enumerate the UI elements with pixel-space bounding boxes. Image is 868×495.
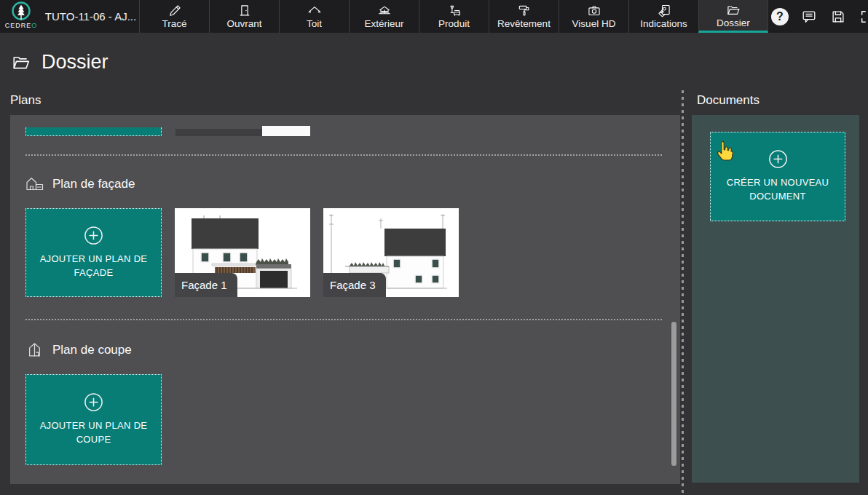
partial-thumbnail[interactable] (262, 126, 310, 136)
create-document-label: CRÉER UN NOUVEAU DOCUMENT (719, 176, 836, 204)
documents-panel: CRÉER UN NOUVEAU DOCUMENT (692, 115, 859, 483)
panel-divider (682, 90, 684, 495)
add-coupe-plan-label: AJOUTER UN PLAN DE COUPE (27, 419, 161, 447)
tab-label: Visuel HD (572, 19, 616, 29)
folder-open-icon (10, 53, 32, 72)
page-title: Dossier (42, 51, 108, 74)
fullscreen-button[interactable] (858, 7, 868, 26)
facade-thumbnail-3[interactable]: Façade 3 (323, 208, 459, 297)
tab-exterieur[interactable]: Extérieur (349, 0, 419, 33)
furniture-icon (446, 4, 462, 18)
facade-section-header: Plan de façade (25, 176, 135, 191)
pencil-icon (167, 4, 183, 18)
partial-thumbnail-label (175, 129, 263, 136)
top-toolbar: CEDREO TUTO-11-06 - AJ... Tracé Ouvrant (0, 0, 868, 33)
coupe-section-title: Plan de coupe (52, 343, 132, 357)
comment-icon (801, 9, 817, 25)
tab-trace[interactable]: Tracé (139, 0, 209, 33)
tab-dossier[interactable]: Dossier (698, 0, 768, 33)
plans-panel: Plan de façade AJOUTER UN PLAN DE FAÇADE (10, 115, 680, 484)
tab-revetement[interactable]: Revêtement (489, 0, 559, 33)
coupe-section-header: Plan de coupe (25, 342, 132, 357)
roof-icon (307, 4, 323, 18)
help-icon: ? (771, 8, 789, 25)
facade-house-icon (25, 176, 44, 191)
partial-add-button[interactable] (25, 127, 162, 136)
tab-label: Revêtement (497, 19, 551, 29)
logo-wordmark: CEDREO (5, 23, 38, 29)
save-icon (830, 9, 846, 25)
create-document-button[interactable]: CRÉER UN NOUVEAU DOCUMENT (710, 132, 845, 221)
add-facade-plan-button[interactable]: AJOUTER UN PLAN DE FAÇADE (25, 208, 162, 297)
tab-indications[interactable]: Indications (628, 0, 698, 33)
plans-header: Plans (10, 93, 42, 108)
save-button[interactable] (829, 7, 848, 26)
tab-label: Ouvrant (226, 19, 261, 29)
page-header: Dossier (10, 51, 108, 74)
add-facade-plan-label: AJOUTER UN PLAN DE FAÇADE (39, 253, 149, 280)
landscape-icon (376, 4, 392, 18)
tab-label: Indications (640, 19, 687, 29)
tab-produit[interactable]: Produit (419, 0, 489, 33)
facade-thumbnail-label: Façade 3 (323, 273, 386, 297)
folder-open-icon (725, 3, 741, 17)
tab-label: Extérieur (364, 19, 403, 29)
main-tab-bar: Tracé Ouvrant Toit Extérieur (139, 0, 768, 33)
tab-visuel-hd[interactable]: Visuel HD (559, 0, 628, 33)
section-divider (25, 154, 662, 156)
topbar-actions: ? (768, 0, 868, 33)
comments-button[interactable] (800, 7, 818, 26)
documents-header: Documents (697, 93, 760, 108)
plus-circle-icon (84, 392, 103, 412)
plus-circle-icon (768, 149, 788, 169)
project-title[interactable]: TUTO-11-06 - AJ... (42, 0, 139, 33)
tab-label: Dossier (717, 18, 750, 28)
add-coupe-plan-button[interactable]: AJOUTER UN PLAN DE COUPE (25, 374, 162, 465)
tab-label: Tracé (162, 19, 186, 29)
app-window: CEDREO TUTO-11-06 - AJ... Tracé Ouvrant (0, 0, 868, 495)
tab-label: Produit (438, 19, 470, 29)
tags-icon (656, 4, 672, 18)
plans-scrollbar[interactable] (671, 322, 676, 466)
section-cut-house-icon (25, 342, 44, 357)
tab-toit[interactable]: Toit (279, 0, 349, 33)
plus-circle-icon (84, 226, 103, 245)
cedreo-logo[interactable]: CEDREO (0, 0, 42, 33)
door-icon (237, 4, 253, 18)
cedreo-tree-icon (9, 1, 33, 23)
facade-thumbnail-1[interactable]: Façade 1 (175, 208, 310, 297)
paint-roller-icon (516, 4, 532, 18)
facade-section-title: Plan de façade (52, 177, 135, 191)
tab-ouvrant[interactable]: Ouvrant (209, 0, 279, 33)
section-divider (25, 319, 662, 320)
fullscreen-icon (859, 9, 868, 25)
help-button[interactable]: ? (770, 7, 789, 26)
facade-thumbnail-label: Façade 1 (175, 273, 237, 297)
camera-icon (586, 4, 602, 18)
tab-label: Toit (307, 19, 322, 29)
